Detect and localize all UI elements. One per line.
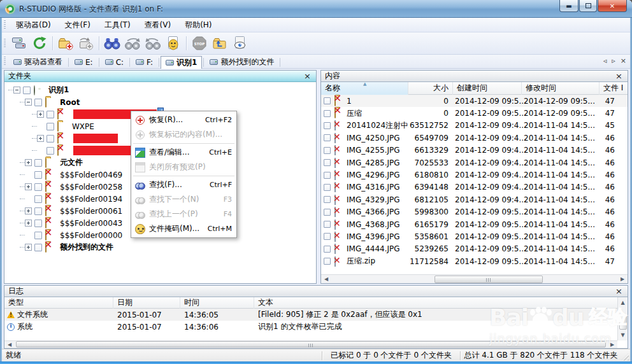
tabbar-grip[interactable] bbox=[4, 57, 6, 66]
tree-checkbox[interactable] bbox=[34, 183, 42, 191]
context-menu-item[interactable]: 查看/编辑... Ctrl+E bbox=[133, 145, 235, 160]
expand-toggle-icon[interactable] bbox=[37, 111, 44, 118]
row-checkbox[interactable] bbox=[324, 134, 331, 141]
tab-item[interactable]: 额外找到的文件 bbox=[205, 56, 278, 69]
log-column-time[interactable]: 时间 bbox=[180, 297, 254, 309]
log-vertical-scrollbar[interactable]: ▲ ▼ bbox=[617, 297, 628, 340]
context-menu-item[interactable]: 关闭所有预览(P) bbox=[133, 160, 235, 174]
tree-item[interactable]: 识别1 bbox=[4, 84, 316, 96]
menubar-grip[interactable] bbox=[4, 20, 6, 30]
column-header-size[interactable]: 大小 bbox=[408, 82, 453, 95]
row-checkbox[interactable] bbox=[324, 110, 331, 117]
file-row[interactable]: IMG_4296.JPG 6180810 2014-12-09 09:4... … bbox=[321, 169, 628, 181]
content-panel-close-icon[interactable]: × bbox=[614, 73, 624, 80]
tab-item[interactable]: C: bbox=[101, 56, 128, 69]
resize-grip[interactable] bbox=[621, 353, 629, 361]
column-header-name[interactable]: ▲名称 bbox=[321, 82, 408, 95]
tab-item[interactable]: 识别1 bbox=[161, 56, 202, 69]
tree-checkbox[interactable] bbox=[47, 111, 54, 118]
context-menu-item[interactable]: 查找上一个(P) F4 bbox=[133, 207, 235, 221]
scroll-right-icon[interactable]: ▶ bbox=[617, 275, 628, 283]
file-row[interactable]: 1 0 2014-12-09 09:5... 2014-12-09 09:5..… bbox=[321, 95, 628, 107]
log-panel-close-icon[interactable]: × bbox=[614, 288, 624, 295]
expand-toggle-icon[interactable] bbox=[25, 220, 32, 227]
row-checkbox[interactable] bbox=[324, 221, 331, 228]
scroll-left-icon[interactable]: ◀ bbox=[321, 275, 331, 283]
scroll-left-icon[interactable]: ◀ bbox=[4, 340, 15, 349]
file-row[interactable]: 压缩 0 2014-12-09 09:5... 2014-12-09 09:5.… bbox=[321, 107, 628, 119]
file-row[interactable]: IMG_4316.JPG 6394148 2014-12-09 09:4... … bbox=[321, 181, 628, 193]
tree-checkbox[interactable] bbox=[34, 232, 42, 239]
log-row[interactable]: 系统 2015-01-07 14:36:06 识别1 的文件枚举已完成 bbox=[4, 321, 628, 333]
tree-checkbox[interactable] bbox=[34, 99, 42, 106]
tree-checkbox[interactable] bbox=[23, 87, 31, 94]
tree-checkbox[interactable] bbox=[34, 244, 42, 251]
find-next-button[interactable] bbox=[123, 34, 142, 53]
context-menu-item[interactable]: 恢复(R)... Ctrl+F2 bbox=[133, 113, 235, 127]
tab-item[interactable]: F: bbox=[131, 56, 157, 69]
file-row[interactable]: 压缩.zip 11712584 2014-12-09 09:5... 2014-… bbox=[321, 255, 628, 267]
log-column-text[interactable]: 文本 bbox=[254, 297, 628, 309]
expand-toggle-icon[interactable] bbox=[13, 87, 20, 94]
find-button[interactable] bbox=[103, 34, 122, 53]
preview-button[interactable] bbox=[231, 34, 250, 53]
open-drive-file-button[interactable] bbox=[210, 34, 229, 53]
row-checkbox[interactable] bbox=[324, 172, 331, 179]
row-checkbox[interactable] bbox=[324, 122, 331, 129]
file-row[interactable]: 20141024注射中... 63512752 2014-12-09 09:4.… bbox=[321, 120, 628, 132]
maximize-button[interactable] bbox=[579, 0, 597, 12]
row-checkbox[interactable] bbox=[324, 209, 331, 216]
menu-item[interactable]: 驱动器(D) bbox=[9, 18, 58, 32]
context-menu-item[interactable]: 查找下一个(N) F3 bbox=[133, 192, 235, 207]
scroll-right-icon[interactable]: ▶ bbox=[607, 340, 617, 349]
context-menu-item[interactable]: 恢复标记的内容(M)... bbox=[133, 127, 235, 142]
close-button[interactable]: ✕ bbox=[598, 0, 627, 12]
tree-checkbox[interactable] bbox=[47, 147, 54, 155]
file-row[interactable]: IMG_4285.JPG 7025533 2014-12-09 09:4... … bbox=[321, 157, 628, 169]
file-row[interactable]: IMG_4368.JPG 6165179 2014-12-09 09:5... … bbox=[321, 218, 628, 230]
scroll-up-icon[interactable]: ▲ bbox=[618, 298, 628, 307]
tab-item[interactable]: 驱动器查看 bbox=[9, 56, 67, 69]
tree-checkbox[interactable] bbox=[34, 207, 42, 215]
file-row[interactable]: IMG_4396.JPG 5358601 2014-12-09 09:5... … bbox=[321, 230, 628, 242]
expand-toggle-icon[interactable] bbox=[25, 99, 32, 106]
find-previous-button[interactable] bbox=[143, 34, 162, 53]
connect-drives-button[interactable] bbox=[10, 34, 29, 53]
tree-checkbox[interactable] bbox=[34, 195, 42, 203]
context-menu-item[interactable]: 文件掩码(M)... Ctrl+M bbox=[133, 221, 235, 236]
log-horizontal-scrollbar[interactable]: ◀ ▶ bbox=[4, 340, 617, 348]
file-row[interactable]: IMG_4366.JPG 5998300 2014-12-09 09:5... … bbox=[321, 206, 628, 218]
row-checkbox[interactable] bbox=[324, 258, 331, 265]
title-bar[interactable]: R-STUDIO 网络版 - 文件查看 识别1 on F: ▬ ✕ bbox=[0, 0, 632, 18]
tab-close-button[interactable]: × bbox=[621, 57, 626, 65]
tree-checkbox[interactable] bbox=[34, 220, 42, 227]
menu-item[interactable]: 帮助(H) bbox=[178, 18, 219, 32]
refresh-button[interactable] bbox=[30, 34, 49, 53]
row-checkbox[interactable] bbox=[324, 233, 331, 240]
recover-marked-button[interactable] bbox=[76, 34, 96, 53]
row-checkbox[interactable] bbox=[324, 97, 331, 104]
expand-toggle-icon[interactable] bbox=[25, 244, 32, 251]
row-checkbox[interactable] bbox=[324, 184, 331, 191]
tree-checkbox[interactable] bbox=[47, 135, 54, 143]
recover-button[interactable] bbox=[56, 34, 75, 53]
file-mask-button[interactable] bbox=[164, 34, 183, 53]
context-menu-item[interactable]: 查找(F)... Ctrl+F bbox=[133, 178, 235, 192]
column-header-file-id[interactable]: 文件 I bbox=[600, 82, 628, 95]
file-row[interactable]: IMG_4255.JPG 6613329 2014-12-09 09:4... … bbox=[321, 144, 628, 157]
toolbar-grip[interactable] bbox=[4, 39, 6, 48]
log-column-date[interactable]: 日期 bbox=[113, 297, 180, 309]
tree-item[interactable]: Root bbox=[4, 96, 316, 108]
tab-scroll-right-button[interactable]: ▹ bbox=[612, 57, 615, 65]
column-header-modified[interactable]: 修改时间 bbox=[522, 82, 600, 95]
menu-item[interactable]: 文件(F) bbox=[58, 18, 97, 32]
column-header-created[interactable]: 创建时间 bbox=[453, 82, 522, 95]
row-checkbox[interactable] bbox=[324, 159, 331, 166]
tree-item[interactable]: 额外找到的文件 bbox=[4, 241, 316, 253]
folders-panel-close-icon[interactable]: × bbox=[303, 73, 312, 80]
scroll-down-icon[interactable]: ▼ bbox=[618, 331, 628, 339]
expand-toggle-icon[interactable] bbox=[25, 159, 32, 166]
tree-checkbox[interactable] bbox=[34, 159, 42, 167]
content-horizontal-scrollbar[interactable]: ◀ ▶ bbox=[321, 274, 628, 283]
menu-item[interactable]: 查看(V) bbox=[138, 18, 178, 32]
